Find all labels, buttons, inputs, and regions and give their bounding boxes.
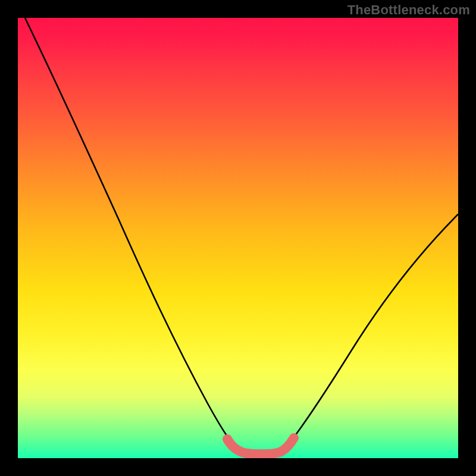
curve-layer bbox=[18, 18, 458, 458]
watermark-text: TheBottleneck.com bbox=[347, 2, 470, 18]
bottleneck-curve-path bbox=[25, 18, 458, 455]
trough-marker-path bbox=[227, 438, 294, 454]
chart-frame: TheBottleneck.com bbox=[0, 0, 476, 476]
plot-area bbox=[18, 18, 458, 458]
